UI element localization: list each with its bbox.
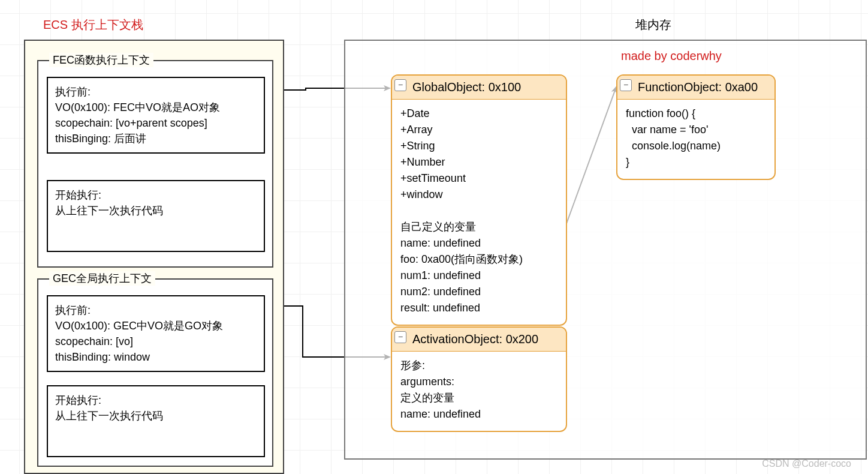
ecs-title: ECS 执行上下文栈 bbox=[43, 17, 143, 33]
function-object-header: − FunctionObject: 0xa00 bbox=[617, 76, 774, 100]
global-object-header: − GlobalObject: 0x100 bbox=[392, 76, 566, 100]
global-object-title: GlobalObject: 0x100 bbox=[412, 80, 521, 94]
minus-icon: − bbox=[394, 331, 406, 343]
activation-object-title: ActivationObject: 0x200 bbox=[412, 332, 538, 346]
gec-start-exec: 开始执行: 从上往下一次执行代码 bbox=[47, 385, 265, 457]
global-object-box: − GlobalObject: 0x100 +Date +Array +Stri… bbox=[391, 74, 567, 326]
ecs-container: FEC函数执行上下文 执行前: VO(0x100): FEC中VO就是AO对象 … bbox=[24, 40, 284, 474]
gec-before-exec: 执行前: VO(0x100): GEC中VO就是GO对象 scopechain:… bbox=[47, 295, 265, 372]
diagram-canvas: ECS 执行上下文栈 堆内存 FEC函数执行上下文 执行前: VO(0x100)… bbox=[0, 0, 868, 474]
made-by-label: made by coderwhy bbox=[621, 49, 722, 63]
activation-object-body: 形参: arguments: 定义的变量 name: undefined bbox=[392, 352, 566, 431]
fec-label: FEC函数执行上下文 bbox=[49, 53, 153, 67]
minus-icon: − bbox=[394, 79, 406, 91]
heap-title: 堆内存 bbox=[635, 17, 671, 33]
fec-before-exec: 执行前: VO(0x100): FEC中VO就是AO对象 scopechain:… bbox=[47, 77, 265, 154]
watermark-text: CSDN @Coder-coco bbox=[762, 458, 851, 469]
fec-container: FEC函数执行上下文 执行前: VO(0x100): FEC中VO就是AO对象 … bbox=[37, 60, 273, 268]
fec-start-exec: 开始执行: 从上往下一次执行代码 bbox=[47, 180, 265, 252]
heap-container: made by coderwhy − GlobalObject: 0x100 +… bbox=[344, 40, 867, 460]
function-object-body: function foo() { var name = 'foo' consol… bbox=[617, 100, 774, 179]
function-object-box: − FunctionObject: 0xa00 function foo() {… bbox=[616, 74, 776, 180]
minus-icon: − bbox=[620, 79, 632, 91]
global-object-body: +Date +Array +String +Number +setTimeoun… bbox=[392, 100, 566, 325]
gec-label: GEC全局执行上下文 bbox=[49, 271, 155, 286]
gec-container: GEC全局执行上下文 执行前: VO(0x100): GEC中VO就是GO对象 … bbox=[37, 278, 273, 467]
activation-object-header: − ActivationObject: 0x200 bbox=[392, 328, 566, 352]
function-object-title: FunctionObject: 0xa00 bbox=[638, 80, 758, 94]
activation-object-box: − ActivationObject: 0x200 形参: arguments:… bbox=[391, 326, 567, 432]
